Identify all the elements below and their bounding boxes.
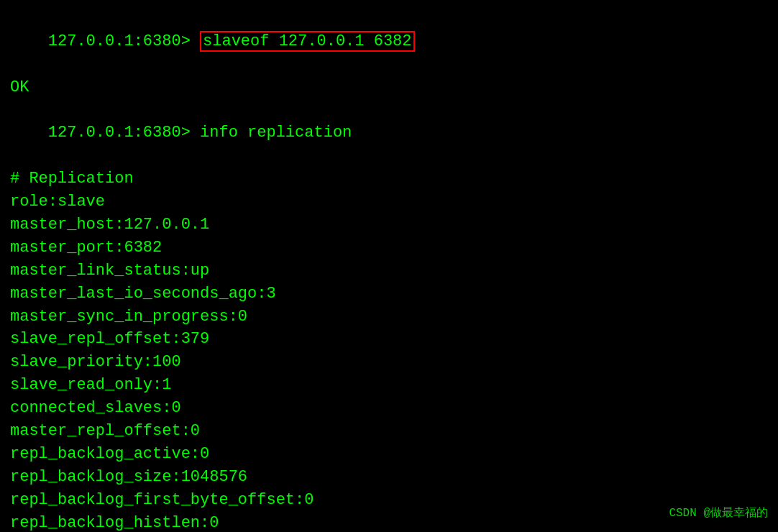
terminal-line-master-link-status: master_link_status:up	[10, 260, 768, 283]
terminal-line-slave-repl-offset: slave_repl_offset:379	[10, 328, 768, 351]
watermark: CSDN @做最幸福的	[669, 505, 768, 522]
terminal-line-repl-backlog-first: repl_backlog_first_byte_offset:0	[10, 489, 768, 512]
terminal-line-role: role:slave	[10, 191, 768, 214]
terminal-line-master-sync: master_sync_in_progress:0	[10, 306, 768, 329]
terminal-line-master-port: master_port:6382	[10, 237, 768, 260]
terminal-line-master-host: master_host:127.0.0.1	[10, 214, 768, 237]
terminal-window: 127.0.0.1:6380> slaveof 127.0.0.1 6382 O…	[0, 0, 778, 532]
slaveof-command: slaveof 127.0.0.1 6382	[203, 32, 411, 50]
prompt-3: 127.0.0.1:6380>	[48, 124, 200, 142]
terminal-line-slave-priority: slave_priority:100	[10, 351, 768, 374]
prompt-1: 127.0.0.1:6380>	[48, 32, 200, 50]
terminal-line-repl-backlog-active: repl_backlog_active:0	[10, 443, 768, 466]
terminal-line-info: 127.0.0.1:6380> info replication	[10, 99, 768, 168]
highlighted-command: slaveof 127.0.0.1 6382	[200, 31, 414, 52]
terminal-line-connected-slaves: connected_slaves:0	[10, 397, 768, 420]
terminal-line-ok: OK	[10, 76, 768, 99]
terminal-line-repl-backlog-size: repl_backlog_size:1048576	[10, 466, 768, 489]
terminal-line-master-last-io: master_last_io_seconds_ago:3	[10, 283, 768, 306]
terminal-line-master-repl-offset: master_repl_offset:0	[10, 420, 768, 443]
terminal-line-slaveof: 127.0.0.1:6380> slaveof 127.0.0.1 6382	[10, 7, 768, 76]
terminal-line-repl-backlog-histlen: repl_backlog_histlen:0	[10, 512, 768, 532]
terminal-line-slave-read-only: slave_read_only:1	[10, 374, 768, 397]
terminal-line-replication: # Replication	[10, 168, 768, 191]
info-command: info replication	[200, 124, 352, 142]
